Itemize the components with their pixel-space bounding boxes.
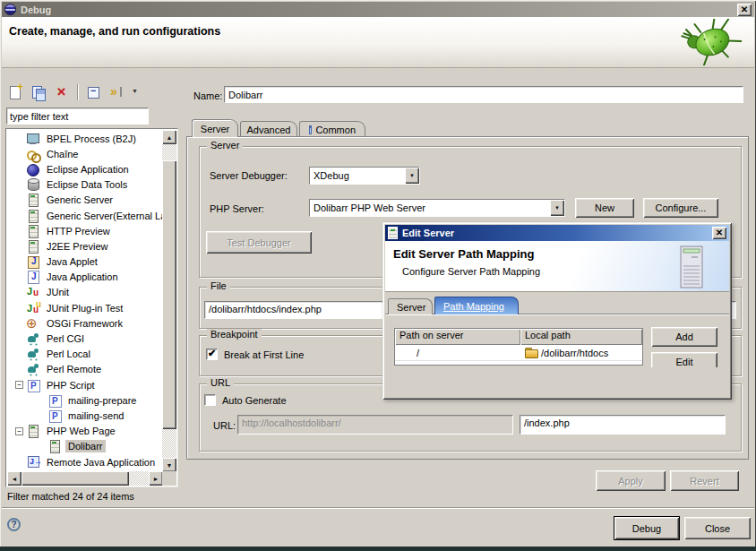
tree-item[interactable]: OSGi Framework (7, 315, 163, 331)
tree-item[interactable]: Perl CGI (7, 331, 163, 346)
close-button[interactable]: Close (684, 517, 751, 539)
php-server-label: PHP Server: (210, 203, 264, 214)
chevron-down-icon[interactable]: ▼ (550, 200, 564, 216)
tree-item[interactable]: Perl Local (7, 347, 163, 362)
junit-plugin-icon (26, 301, 40, 315)
hscroll-thumb[interactable] (21, 471, 129, 486)
revert-button[interactable]: Revert (670, 470, 739, 491)
tree-vertical-scrollbar[interactable]: ▲ ▼ (162, 130, 176, 472)
tree-item[interactable]: J2EE Preview (7, 238, 163, 254)
name-input[interactable] (224, 86, 743, 103)
configure-button[interactable]: Configure... (643, 198, 718, 218)
tree-item[interactable]: Java Applet (7, 254, 163, 270)
edit-server-tab-server[interactable]: Server (388, 298, 433, 314)
tree-item[interactable]: BPEL Process (B2J) (7, 131, 163, 146)
auto-generate-label: Auto Generate (222, 395, 287, 406)
debug-button[interactable]: Debug (614, 517, 679, 539)
tree-item[interactable]: Eclipse Data Tools (7, 177, 163, 193)
tree-item[interactable]: −PHP Web Page (7, 424, 163, 439)
tree-item[interactable]: Dolibarr (7, 439, 163, 454)
tree-item[interactable]: −PHP Script (7, 377, 163, 392)
edit-server-header: Edit Server Path Mapping Configure Serve… (385, 241, 729, 292)
filter-configs-icon[interactable] (108, 84, 125, 100)
collapse-expander-icon[interactable]: − (15, 381, 23, 389)
config-tree-panel: BPEL Process (B2J)ChaîneEclipse Applicat… (5, 128, 178, 487)
tree-item-label: Remote Java Application (44, 456, 158, 469)
server-debugger-select[interactable]: XDebug ▼ (309, 167, 420, 185)
edit-server-tab-path-mapping[interactable]: Path Mapping (434, 297, 519, 314)
tree-item-label: Eclipse Data Tools (44, 178, 130, 191)
tree-item[interactable]: Java Application (7, 270, 163, 285)
collapse-expander-icon[interactable]: − (15, 427, 23, 435)
tree-item-label: JUnit (44, 286, 72, 298)
perl-icon (26, 331, 40, 346)
new-config-icon[interactable] (7, 84, 23, 100)
tab-server[interactable]: Server (192, 119, 238, 137)
delete-config-icon[interactable] (54, 84, 70, 100)
edit-server-titlebar[interactable]: Edit Server ✕ (385, 225, 729, 241)
banner: Create, manage, and run configurations (2, 17, 754, 68)
tree-item-label: Perl CGI (44, 332, 87, 345)
break-first-line-label: Break at First Line (224, 349, 304, 360)
vscroll-thumb[interactable] (162, 160, 176, 429)
tree-item[interactable]: JUnit (7, 285, 163, 300)
tree-horizontal-scrollbar[interactable]: ◄ ► (7, 471, 163, 486)
tree-item[interactable]: Generic Server (7, 193, 163, 208)
auto-generate-checkbox[interactable] (204, 394, 216, 406)
toolbar-menu-arrow-icon[interactable] (132, 84, 141, 100)
duplicate-config-icon[interactable] (30, 84, 47, 100)
php-server-select[interactable]: Dolibarr PHP Web Server ▼ (309, 199, 565, 217)
remote-java-icon (26, 455, 40, 469)
tree-item-label: OSGi Framework (44, 317, 125, 330)
tree-item[interactable]: Chaîne (7, 146, 163, 161)
database-icon (26, 177, 40, 192)
chevron-down-icon[interactable]: ▼ (405, 168, 419, 184)
tree-item-label: Chaîne (44, 148, 81, 160)
new-server-button[interactable]: New (575, 198, 634, 218)
tab-advanced[interactable]: Advanced (240, 121, 297, 137)
scroll-left-icon[interactable]: ◄ (7, 471, 21, 486)
edit-button[interactable]: Edit (651, 352, 717, 367)
scroll-up-icon[interactable]: ▲ (162, 130, 176, 144)
test-debugger-button[interactable]: Test Debugger (206, 231, 312, 254)
window-titlebar[interactable]: Debug ✕ (2, 2, 754, 17)
tree-item-label: Generic Server (44, 194, 116, 206)
scroll-down-icon[interactable]: ▼ (162, 458, 176, 472)
server-icon (26, 239, 40, 254)
scroll-right-icon[interactable]: ► (149, 471, 163, 486)
apply-button[interactable]: Apply (596, 470, 666, 491)
php-icon (26, 378, 40, 392)
osgi-icon (26, 316, 40, 331)
tree-item-label: Generic Server(External La (44, 210, 163, 222)
window-close-button[interactable]: ✕ (737, 4, 752, 16)
tree-item[interactable]: Perl Remote (7, 362, 163, 377)
tree-item[interactable]: Generic Server(External La (7, 208, 163, 223)
table-icon (309, 125, 312, 134)
tree-item-label: mailing-send (65, 409, 126, 422)
url-base-input[interactable]: http://localhostdolibarr/ (237, 415, 513, 435)
url-path-input[interactable]: /index.php (520, 415, 726, 435)
tree-item-label: PHP Web Page (44, 425, 118, 437)
add-button[interactable]: Add (651, 327, 717, 347)
junit-icon (26, 285, 40, 299)
tree-item[interactable]: JUnit Plug-in Test (7, 300, 163, 315)
help-icon[interactable]: ? (7, 518, 21, 531)
url-label: URL: (213, 420, 236, 431)
name-label: Name: (193, 90, 222, 101)
tree-item-label: Java Applet (44, 255, 100, 268)
php-icon (47, 409, 62, 423)
tab-common[interactable]: Common (299, 121, 365, 137)
tree-item[interactable]: mailing-send (7, 408, 163, 423)
tree-item[interactable]: HTTP Preview (7, 223, 163, 238)
tree-item[interactable]: mailing-prepare (7, 392, 163, 408)
toolbar-separator (77, 84, 78, 100)
edit-server-close-button[interactable]: ✕ (712, 227, 726, 239)
tree-item-label: Java Application (44, 271, 121, 283)
type-filter-input[interactable] (6, 108, 149, 125)
break-first-line-checkbox[interactable] (206, 349, 218, 360)
collapse-all-icon[interactable] (85, 84, 101, 100)
tree-item[interactable]: Eclipse Application (7, 161, 163, 176)
edit-server-title: Edit Server (402, 228, 454, 238)
tree-item[interactable]: Remote Java Application (7, 454, 163, 469)
server-icon (47, 439, 62, 453)
